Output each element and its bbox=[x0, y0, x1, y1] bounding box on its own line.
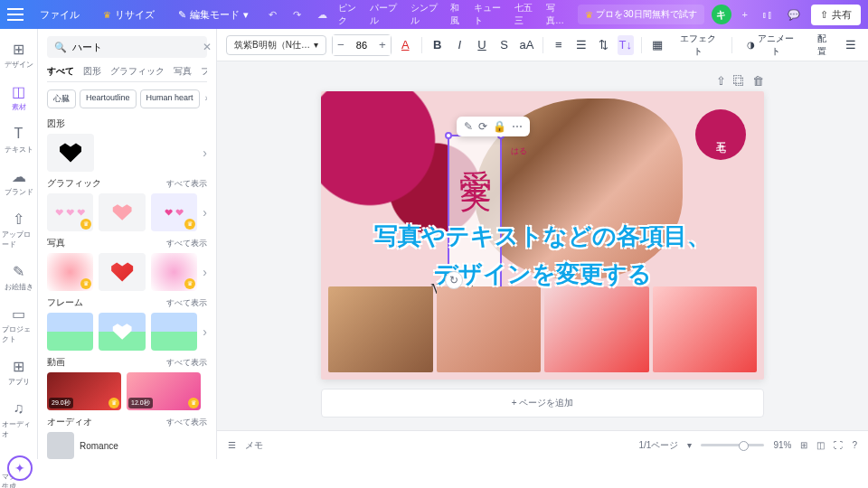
list-icon[interactable]: ☰ bbox=[572, 35, 590, 55]
fullscreen-icon[interactable]: ⛶ bbox=[834, 440, 843, 450]
effects-button[interactable]: エフェクト bbox=[672, 30, 724, 61]
undo-icon[interactable]: ↶ bbox=[265, 5, 280, 24]
font-select[interactable]: 筑紫B明朝（N仕…▾ bbox=[226, 35, 326, 55]
magic-fab[interactable]: ✦ bbox=[7, 455, 33, 481]
spacing-icon[interactable]: ⇅ bbox=[595, 35, 612, 55]
pro-trial-button[interactable]: ♛プロを30日間無料で試す bbox=[578, 5, 703, 24]
rail-draw[interactable]: ✎お絵描き bbox=[0, 257, 37, 297]
see-all-link[interactable]: すべて表示 bbox=[166, 238, 207, 249]
tag[interactable]: 七五三 bbox=[514, 2, 539, 27]
lock-icon[interactable]: 🔒 bbox=[493, 120, 506, 133]
animate-button[interactable]: ◑アニメート bbox=[740, 30, 802, 61]
duplicate-icon[interactable]: ⿻ bbox=[733, 74, 745, 88]
tag[interactable]: パープル bbox=[370, 2, 402, 27]
decrease-button[interactable]: − bbox=[333, 35, 349, 55]
chip[interactable]: Heartoutline bbox=[80, 89, 137, 108]
graphic-thumb[interactable]: ♛ bbox=[47, 193, 93, 231]
position-button[interactable]: 配置 bbox=[807, 30, 836, 61]
rail-design[interactable]: ⊞デザイン bbox=[0, 34, 37, 75]
memo-label[interactable]: メモ bbox=[245, 439, 263, 452]
more-icon[interactable]: ⋯ bbox=[512, 120, 523, 133]
delete-icon[interactable]: 🗑 bbox=[752, 74, 764, 88]
thumbnail-view-icon[interactable]: ◫ bbox=[816, 440, 825, 450]
rail-brand[interactable]: ☁ブランド bbox=[0, 162, 37, 202]
file-menu[interactable]: ファイル bbox=[33, 5, 87, 25]
chip[interactable]: 心臓 bbox=[47, 89, 76, 108]
redo-icon[interactable]: ↷ bbox=[289, 5, 305, 24]
photo-frame[interactable] bbox=[544, 286, 649, 372]
memo-icon[interactable]: ☰ bbox=[228, 440, 236, 450]
vertical-text-icon[interactable]: T↓ bbox=[618, 35, 635, 55]
chevron-down-icon[interactable]: ▾ bbox=[687, 440, 692, 450]
chevron-right-icon[interactable]: › bbox=[203, 145, 207, 160]
tab-shapes[interactable]: 図形 bbox=[83, 65, 101, 78]
case-icon[interactable]: aA bbox=[518, 35, 535, 55]
increase-button[interactable]: + bbox=[374, 35, 391, 55]
chevron-right-icon[interactable]: › bbox=[203, 265, 207, 279]
tag[interactable]: シンプル bbox=[410, 2, 443, 27]
see-all-link[interactable]: すべて表示 bbox=[166, 297, 207, 309]
menu-icon[interactable] bbox=[7, 8, 24, 21]
clear-icon[interactable]: ✕ bbox=[203, 41, 212, 53]
rail-text[interactable]: Tテキスト bbox=[0, 119, 37, 160]
transparency-icon[interactable]: ▦ bbox=[649, 35, 666, 55]
analytics-icon[interactable]: ⫾⫿ bbox=[759, 5, 777, 23]
help-icon[interactable]: ? bbox=[852, 440, 857, 450]
see-all-link[interactable]: すべて表示 bbox=[166, 178, 207, 190]
photo-frame[interactable] bbox=[653, 286, 758, 372]
shape-thumb[interactable] bbox=[47, 134, 94, 172]
search-input[interactable] bbox=[72, 42, 197, 52]
grid-view-icon[interactable]: ⊞ bbox=[800, 440, 807, 450]
design-canvas[interactable]: 七五三 愛 実 はる November ✎ bbox=[321, 91, 764, 380]
photo-thumb[interactable]: ♛ bbox=[151, 253, 197, 291]
share-button[interactable]: ⇧共有 bbox=[811, 5, 861, 25]
photo-frame[interactable] bbox=[437, 286, 542, 372]
tab-graphics[interactable]: グラフィック bbox=[110, 65, 165, 78]
plus-icon[interactable]: + bbox=[739, 5, 751, 23]
frame-thumb[interactable] bbox=[151, 313, 197, 351]
frame-thumb[interactable] bbox=[47, 313, 93, 351]
frame-thumb[interactable] bbox=[99, 313, 145, 351]
underline-icon[interactable]: U bbox=[474, 35, 491, 55]
photo-frame[interactable] bbox=[328, 286, 433, 372]
photo-thumb[interactable]: ♛ bbox=[47, 253, 93, 291]
rail-projects[interactable]: ▭プロジェクト bbox=[0, 299, 37, 350]
page-indicator[interactable]: 1/1ページ bbox=[639, 439, 679, 452]
rail-upload[interactable]: ⇧アップロード bbox=[0, 204, 37, 255]
tab-frames[interactable]: フレー… bbox=[201, 65, 207, 78]
add-element-button[interactable]: ↻ bbox=[445, 271, 463, 289]
tag[interactable]: ピンク bbox=[338, 2, 363, 27]
video-thumb[interactable]: 12.0秒♛ bbox=[127, 372, 201, 410]
tag[interactable]: 写真… bbox=[546, 2, 571, 27]
bold-icon[interactable]: B bbox=[429, 35, 446, 55]
circle-badge[interactable]: 七五三 bbox=[695, 109, 746, 160]
move-up-icon[interactable]: ⇧ bbox=[716, 74, 726, 88]
video-thumb[interactable]: 29.0秒♛ bbox=[47, 372, 121, 410]
duplicate-icon[interactable]: ⟳ bbox=[478, 120, 487, 133]
tab-photos[interactable]: 写真 bbox=[174, 65, 192, 78]
font-size-input[interactable] bbox=[349, 40, 374, 51]
canvas-scroll[interactable]: ⇧ ⿻ 🗑 七五三 愛 実 はる November bbox=[217, 61, 868, 430]
align-icon[interactable]: ≡ bbox=[551, 35, 568, 55]
avatar[interactable]: キ bbox=[712, 5, 731, 24]
chip[interactable]: Human heart bbox=[140, 89, 200, 108]
rail-apps[interactable]: ⊞アプリ bbox=[0, 352, 37, 392]
edit-mode-button[interactable]: ✎編集モード▾ bbox=[171, 5, 256, 25]
see-all-link[interactable]: すべて表示 bbox=[166, 357, 207, 369]
comment-icon[interactable]: 💬 bbox=[784, 5, 804, 24]
resize-button[interactable]: ♛リサイズ bbox=[96, 5, 162, 25]
add-page-button[interactable]: + ページを追加 bbox=[321, 389, 764, 418]
see-all-link[interactable]: すべて表示 bbox=[166, 417, 207, 428]
italic-icon[interactable]: I bbox=[451, 35, 468, 55]
chevron-right-icon[interactable]: › bbox=[203, 205, 207, 220]
chevron-right-icon[interactable]: › bbox=[203, 89, 207, 108]
resize-handle[interactable] bbox=[445, 132, 452, 139]
text-color-icon[interactable]: A bbox=[397, 35, 414, 55]
rail-elements[interactable]: ◫素材 bbox=[0, 77, 37, 117]
more-icon[interactable]: ☰ bbox=[842, 35, 859, 55]
rail-audio[interactable]: ♫オーディオ bbox=[0, 394, 37, 445]
photo-thumb[interactable] bbox=[99, 253, 145, 291]
graphic-thumb[interactable] bbox=[99, 193, 145, 231]
chevron-right-icon[interactable]: › bbox=[203, 324, 207, 339]
tab-all[interactable]: すべて bbox=[47, 65, 74, 78]
